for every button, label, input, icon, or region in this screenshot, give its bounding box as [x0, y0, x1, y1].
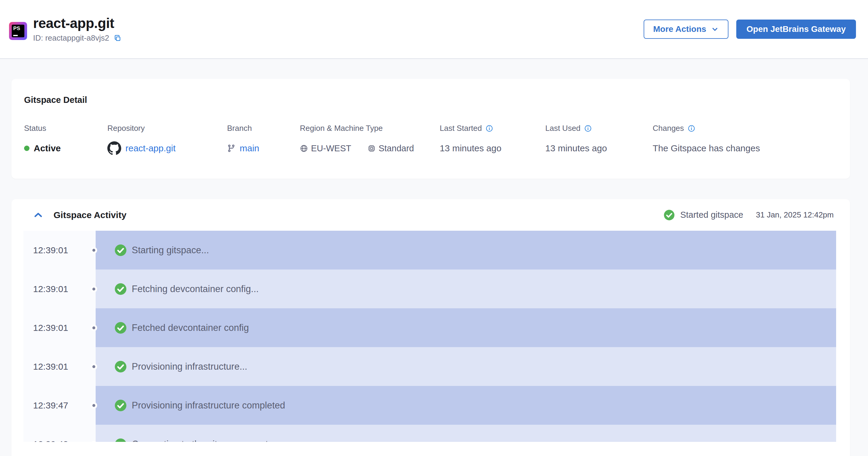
field-last-started: Last Started 13 minutes ago [440, 124, 545, 156]
activity-status-label: Started gitspace [680, 210, 743, 220]
event-time: 12:39:48 [24, 425, 96, 442]
github-icon [107, 141, 121, 155]
event-message: Fetching devcontainer config... [132, 284, 259, 295]
activity-header: Gitspace Activity Started gitspace 31 Ja… [11, 199, 850, 231]
timeline-dot-icon [91, 247, 97, 253]
collapse-activity-button[interactable] [33, 210, 43, 220]
field-repository: Repository react-app.git [107, 124, 227, 156]
branch-label: Branch [227, 124, 300, 133]
activity-status: Started gitspace 31 Jan, 2025 12:42pm [663, 209, 834, 221]
phpstorm-logo-inner: PS [12, 25, 24, 37]
event-time: 12:39:47 [24, 386, 96, 425]
timeline-dot-icon [91, 286, 97, 292]
git-branch-icon [227, 144, 236, 152]
field-last-used: Last Used 13 minutes ago [545, 124, 653, 156]
event-time: 12:39:01 [24, 231, 96, 270]
event-time: 12:39:01 [24, 270, 96, 308]
more-actions-button[interactable]: More Actions [644, 20, 728, 39]
last-used-value: 13 minutes ago [545, 141, 653, 156]
check-circle-icon [663, 209, 675, 221]
info-icon[interactable] [687, 124, 695, 132]
gitspace-detail-card: Gitspace Detail Status Active Repository [11, 79, 850, 179]
changes-value: The Gitspace has changes [653, 141, 837, 156]
event-message: Fetched devcontainer config [132, 323, 249, 333]
status-label: Status [24, 124, 107, 133]
event-message-cell: Fetching devcontainer config... [96, 270, 836, 308]
machine-chip-icon [368, 144, 376, 152]
gitspace-identity: PS react-app.git ID: reactappgit-a8vjs2 [9, 16, 122, 43]
gitspace-id: ID: reactappgit-a8vjs2 [33, 33, 109, 43]
info-icon[interactable] [584, 124, 592, 132]
repository-link[interactable]: react-app.git [125, 143, 176, 153]
machine-type-value: Standard [379, 144, 414, 153]
status-dot-icon [24, 146, 29, 151]
field-region-machine: Region & Machine Type EU-WEST [300, 124, 440, 156]
last-used-label: Last Used [545, 124, 581, 133]
activity-log[interactable]: 12:39:01 Starting gitspace... 12:39:01 [24, 231, 836, 442]
repository-label: Repository [107, 124, 227, 133]
copy-icon [114, 34, 122, 42]
activity-log-row: 12:39:48 Connecting to the gitspace agen… [24, 425, 836, 442]
field-branch: Branch main [227, 124, 300, 156]
region-machine-label: Region & Machine Type [300, 124, 440, 133]
event-time: 12:39:01 [24, 308, 96, 347]
last-started-value: 13 minutes ago [440, 141, 545, 156]
status-badge: Active [24, 141, 107, 156]
event-time: 12:39:01 [24, 347, 96, 386]
event-message: Connecting to the gitspace agent... [132, 439, 276, 442]
event-message: Starting gitspace... [132, 245, 209, 256]
check-circle-icon [114, 399, 127, 412]
chevron-up-icon [33, 210, 43, 220]
phpstorm-logo-icon: PS [9, 22, 27, 40]
page-title: react-app.git [33, 16, 122, 31]
check-circle-icon [114, 244, 127, 256]
timeline-dot-icon [91, 325, 97, 331]
field-status: Status Active [24, 124, 107, 156]
timeline-dot-icon [91, 363, 97, 370]
activity-log-row: 12:39:01 Provisioning infrastructure... [24, 347, 836, 386]
event-message-cell: Provisioning infrastructure completed [96, 386, 836, 425]
copy-id-button[interactable] [114, 34, 122, 42]
gitspace-activity-card: Gitspace Activity Started gitspace 31 Ja… [11, 199, 850, 456]
activity-log-row: 12:39:01 Fetched devcontainer config [24, 308, 836, 347]
page-content: Gitspace Detail Status Active Repository [0, 59, 868, 456]
check-circle-icon [114, 438, 127, 442]
event-message: Provisioning infrastructure... [132, 361, 247, 372]
event-message-cell: Provisioning infrastructure... [96, 347, 836, 386]
open-jetbrains-gateway-button[interactable]: Open JetBrains Gateway [736, 20, 856, 39]
event-message-cell: Starting gitspace... [96, 231, 836, 270]
branch-link[interactable]: main [240, 143, 259, 153]
region-value: EU-WEST [311, 144, 351, 153]
activity-status-date: 31 Jan, 2025 12:42pm [756, 210, 834, 220]
last-started-label: Last Started [440, 124, 482, 133]
check-circle-icon [114, 322, 127, 334]
event-message-cell: Fetched devcontainer config [96, 308, 836, 347]
globe-icon [300, 144, 308, 152]
check-circle-icon [114, 283, 127, 295]
activity-card-title: Gitspace Activity [54, 210, 126, 220]
event-message-cell: Connecting to the gitspace agent... [96, 425, 836, 442]
activity-log-row: 12:39:01 Fetching devcontainer config... [24, 270, 836, 308]
activity-log-row: 12:39:47 Provisioning infrastructure com… [24, 386, 836, 425]
chevron-down-icon [711, 25, 719, 33]
changes-label: Changes [653, 124, 684, 133]
timeline-dot-icon [91, 402, 97, 409]
event-message: Provisioning infrastructure completed [132, 400, 285, 411]
check-circle-icon [114, 360, 127, 373]
field-changes: Changes The Gitspace has changes [653, 124, 837, 156]
page-header: PS react-app.git ID: reactappgit-a8vjs2 [0, 0, 868, 59]
activity-log-row: 12:39:01 Starting gitspace... [24, 231, 836, 270]
detail-card-title: Gitspace Detail [24, 95, 837, 105]
info-icon[interactable] [486, 124, 493, 132]
